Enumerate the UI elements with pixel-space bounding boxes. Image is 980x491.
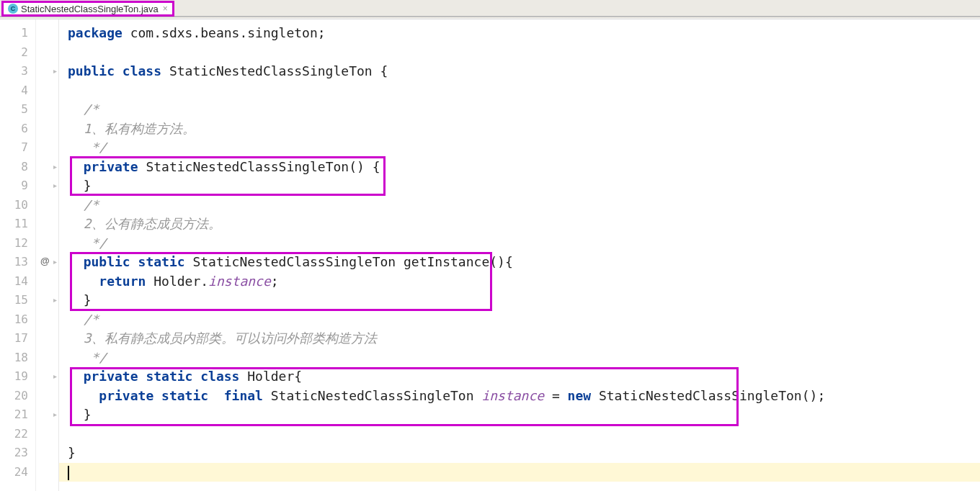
line-number: 12 [0,234,35,253]
line-number: 11 [0,215,35,234]
token-ident: StaticNestedClassSingleTon getInstance()… [185,254,513,269]
fold-icon[interactable]: ▸ [53,372,57,380]
token-cm: /* [84,312,99,327]
line-number: 20 [0,387,35,406]
token-fld: instance [208,274,271,289]
code-line[interactable]: /* [68,100,980,120]
line-number: 13 [0,253,35,272]
code-line[interactable]: } [68,443,980,463]
code-line[interactable]: private StaticNestedClassSingleTon() { [68,158,980,177]
token-kw: private static class [84,369,240,384]
code-line[interactable]: 3、私有静态成员内部类。可以访问外部类构造方法 [68,329,980,348]
token-ident: = [544,388,568,403]
token-cm: */ [84,140,107,155]
line-number-gutter: 123456789101112131415161718192021222324 [0,19,36,491]
fold-icon[interactable]: ▸ [53,181,57,189]
code-line[interactable]: */ [68,348,980,368]
token-ident: com.sdxs.beans.singleton; [122,25,326,40]
code-line[interactable]: 2、公有静态成员方法。 [68,215,980,234]
line-number: 10 [0,196,35,215]
token-ident: } [68,445,76,460]
line-number: 7 [0,138,35,158]
close-icon[interactable]: × [163,4,168,14]
token-ident: StaticNestedClassSingleTon [263,388,481,403]
code-area[interactable]: package com.sdxs.beans.singleton;public … [59,19,980,491]
class-file-icon: C [8,4,18,14]
line-number: 17 [0,329,35,348]
line-number: 15 [0,291,35,310]
token-cm: 3、私有静态成员内部类。可以访问外部类构造方法 [84,330,377,346]
code-line[interactable]: } [68,176,980,196]
code-editor[interactable]: 123456789101112131415161718192021222324 … [0,19,980,491]
code-line[interactable]: private static class Holder{ [68,367,980,387]
code-line[interactable] [68,463,980,482]
file-tab-label: StaticNestedClassSingleTon.java [21,4,159,14]
token-kw: return [99,274,146,289]
line-number: 5 [0,100,35,120]
fold-icon[interactable]: ▸ [53,163,57,171]
token-fld: instance [481,388,544,403]
override-mark-icon[interactable]: @ [40,256,50,266]
line-number: 16 [0,310,35,330]
code-line[interactable]: package com.sdxs.beans.singleton; [68,24,980,43]
code-line[interactable] [68,43,980,63]
code-line[interactable]: private static final StaticNestedClassSi… [68,387,980,406]
token-kw: public class [68,63,161,78]
token-cm: /* [84,102,99,117]
line-number: 6 [0,120,35,139]
line-number: 9 [0,176,35,196]
code-line[interactable]: } [68,291,980,310]
code-line[interactable]: /* [68,196,980,215]
code-line[interactable]: public class StaticNestedClassSingleTon … [68,62,980,81]
fold-icon[interactable]: ▸ [53,296,57,304]
line-number: 24 [0,463,35,482]
line-number: 2 [0,43,35,63]
token-kw: private static final [99,388,263,403]
token-ident: StaticNestedClassSingleTon { [161,63,388,78]
token-ident: Holder{ [239,369,302,384]
token-cm: 2、公有静态成员方法。 [84,216,221,231]
token-ident: } [84,292,92,307]
line-number: 4 [0,81,35,101]
line-number: 19 [0,367,35,387]
token-ident: ; [271,274,279,289]
token-cm: */ [84,350,107,365]
token-kw: public static [84,254,185,269]
code-line[interactable]: return Holder.instance; [68,272,980,292]
line-number: 22 [0,425,35,444]
code-line[interactable] [68,81,980,101]
fold-icon[interactable]: ▸ [53,67,57,75]
token-cm: 1、私有构造方法。 [84,121,195,136]
fold-icon[interactable]: ▸ [53,410,57,418]
code-line[interactable]: public static StaticNestedClassSingleTon… [68,253,980,272]
token-ident: Holder. [146,274,208,289]
token-cm: /* [84,197,99,212]
gutter-marks: @▸▸▸▸▸▸▸ [36,19,59,491]
text-caret [68,466,69,480]
token-cm: */ [84,235,107,251]
line-number: 1 [0,24,35,43]
token-ident: } [84,407,92,422]
code-line[interactable]: */ [68,138,980,158]
token-ident: } [84,178,92,193]
line-number: 21 [0,405,35,425]
line-number: 8 [0,158,35,177]
line-number: 23 [0,443,35,463]
token-kw: package [68,25,122,40]
token-ident: StaticNestedClassSingleTon() { [138,159,380,174]
code-line[interactable]: */ [68,234,980,253]
token-kw: private [84,159,138,174]
token-ident: StaticNestedClassSingleTon(); [591,388,825,403]
line-number: 14 [0,272,35,292]
code-line[interactable]: } [68,405,980,425]
code-line[interactable]: 1、私有构造方法。 [68,120,980,139]
token-kw: new [568,388,592,403]
editor-tabbar: C StaticNestedClassSingleTon.java × [0,0,980,17]
fold-icon[interactable]: ▸ [53,258,57,266]
line-number: 18 [0,348,35,368]
code-line[interactable]: /* [68,310,980,330]
code-line[interactable] [68,425,980,444]
file-tab[interactable]: C StaticNestedClassSingleTon.java × [1,1,174,17]
line-number: 3 [0,62,35,81]
